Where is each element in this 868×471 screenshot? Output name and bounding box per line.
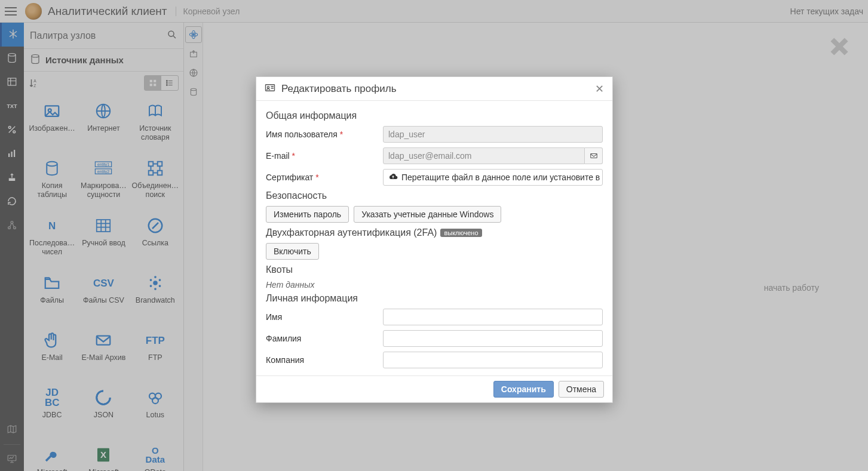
svg-rect-58 xyxy=(590,154,597,158)
input-lastname[interactable] xyxy=(383,330,603,347)
label-company: Компания xyxy=(266,355,377,365)
section-security: Безопасность xyxy=(266,190,603,201)
label-username: Имя пользователя xyxy=(266,130,338,139)
email-addon-icon[interactable] xyxy=(585,147,603,164)
label-firstname: Имя xyxy=(266,312,377,322)
cancel-button[interactable]: Отмена xyxy=(559,381,604,398)
label-email: E-mail xyxy=(266,151,290,161)
cloud-upload-icon xyxy=(388,172,398,183)
change-password-button[interactable]: Изменить пароль xyxy=(266,206,349,223)
input-firstname[interactable] xyxy=(383,309,603,325)
profile-card-icon xyxy=(265,82,275,95)
section-quotas: Квоты xyxy=(266,264,603,275)
dialog-close-button[interactable]: ✕ xyxy=(595,84,604,94)
dialog-title: Редактировать профиль xyxy=(281,83,397,95)
label-lastname: Фамилия xyxy=(266,334,377,343)
edit-profile-dialog: Редактировать профиль ✕ Общая информация… xyxy=(256,76,613,403)
dropzone-text: Перетащите файл в данное поле или устано… xyxy=(401,173,603,182)
section-personal: Личная информация xyxy=(266,293,603,304)
input-username xyxy=(383,126,603,143)
twofa-label: Двухфакторная аутентификация (2FA) xyxy=(266,227,437,238)
twofa-status-badge: выключено xyxy=(440,229,481,237)
save-button[interactable]: Сохранить xyxy=(493,381,554,398)
enable-2fa-button[interactable]: Включить xyxy=(266,243,319,260)
quotas-empty-text: Нет данных xyxy=(266,280,603,290)
windows-creds-button[interactable]: Указать учетные данные Windows xyxy=(354,206,501,223)
section-general: Общая информация xyxy=(266,110,603,121)
input-company[interactable] xyxy=(383,352,603,368)
certificate-dropzone[interactable]: Перетащите файл в данное поле или устано… xyxy=(383,169,603,186)
svg-point-57 xyxy=(267,87,269,88)
input-email xyxy=(383,147,585,164)
label-certificate: Сертификат xyxy=(266,173,313,182)
